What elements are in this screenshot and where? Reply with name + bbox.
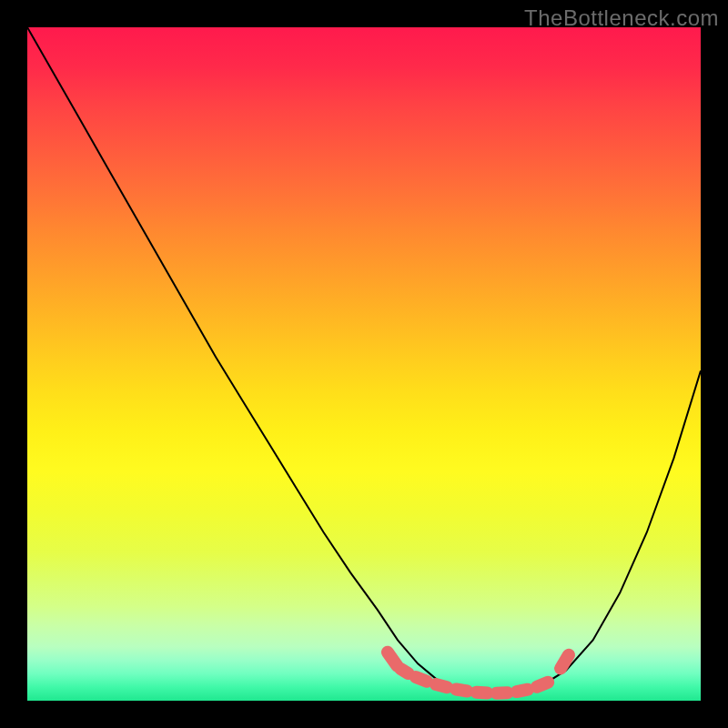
trough-marker-segment <box>561 655 569 669</box>
trough-marker-segment <box>436 684 447 687</box>
plot-area <box>27 27 701 701</box>
watermark-text: TheBottleneck.com <box>524 5 719 31</box>
curve-layer <box>27 27 701 701</box>
trough-marker-segment <box>456 690 467 692</box>
trough-marker-segment <box>476 693 487 693</box>
trough-marker-segment <box>537 682 548 687</box>
trough-marker-segment <box>388 652 397 666</box>
trough-marker-segment <box>517 690 528 692</box>
chart-stage: TheBottleneck.com <box>0 0 728 728</box>
trough-marker-segment <box>416 677 427 682</box>
trough-highlight-group <box>388 652 569 693</box>
bottleneck-curve <box>27 27 701 694</box>
